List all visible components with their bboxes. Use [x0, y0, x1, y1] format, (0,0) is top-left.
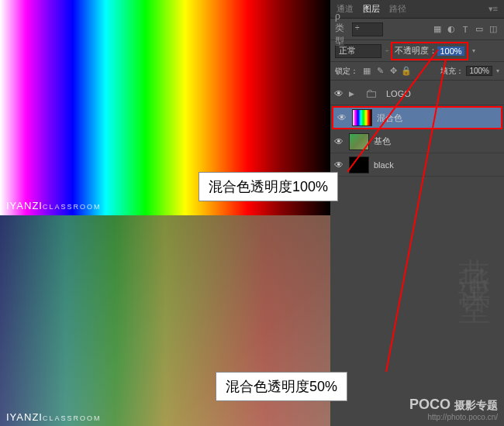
lock-position-icon[interactable]: ✥	[388, 66, 399, 77]
folder-collapse-icon[interactable]: ▶	[349, 90, 357, 98]
opacity-value-input[interactable]: 100%	[437, 46, 464, 56]
filter-shape-icon[interactable]: ▭	[473, 23, 485, 36]
visibility-eye-icon[interactable]: 👁	[333, 136, 344, 147]
layer-base-color[interactable]: 👁 基色	[330, 130, 504, 153]
layer-thumbnail[interactable]	[352, 109, 372, 126]
visibility-eye-icon[interactable]: 👁	[333, 88, 344, 99]
filter-adjust-icon[interactable]: ◐	[445, 23, 457, 36]
layers-panel: 通道 图层 路径 ▾≡ ρ 类型 ÷ ▦ ◐ T ▭ ◫ 正常 ÷ 不透明度： …	[330, 0, 504, 426]
layer-name[interactable]: LOGO	[386, 89, 411, 98]
layer-name[interactable]: black	[374, 160, 394, 170]
opacity-control-highlight: 不透明度： 100%	[391, 42, 468, 60]
tab-layers[interactable]: 图层	[363, 3, 380, 15]
watermark-iyanzi-top: IYANZICLASSROOM	[6, 200, 101, 211]
layer-group-logo[interactable]: 👁 ▶ 🗀 LOGO	[330, 82, 504, 105]
layer-name[interactable]: 基色	[374, 136, 391, 147]
watermark-iyanzi-bottom: IYANZICLASSROOM	[6, 411, 101, 423]
filter-type-icon[interactable]: T	[459, 23, 471, 36]
filter-kind-label: ρ 类型	[335, 22, 349, 36]
layer-list: 👁 ▶ 🗀 LOGO 👁 混合色 👁 基色 👁 black	[330, 81, 504, 177]
chevron-down-icon[interactable]: ▾	[496, 67, 499, 74]
lock-row: 锁定： ▦ ✎ ✥ 🔒 填充： 100% ▾	[330, 62, 504, 81]
background-watermark: 燕子课堂	[453, 232, 496, 276]
layer-mix-color[interactable]: 👁 混合色	[332, 106, 502, 129]
tab-paths[interactable]: 路径	[389, 3, 406, 15]
panel-tabs: 通道 图层 路径 ▾≡	[330, 0, 504, 19]
canvas-area: IYANZICLASSROOM IYANZICLASSROOM	[0, 0, 330, 426]
lock-all-icon[interactable]: 🔒	[401, 66, 412, 77]
filter-smart-icon[interactable]: ◫	[487, 23, 499, 36]
folder-icon: 🗀	[361, 85, 381, 102]
filter-pixel-icon[interactable]: ▦	[431, 23, 444, 36]
visibility-eye-icon[interactable]: 👁	[333, 160, 344, 170]
poco-watermark: POCO 摄影专题 http://photo.poco.cn/	[409, 397, 498, 421]
layer-filter-row: ρ 类型 ÷ ▦ ◐ T ▭ ◫	[330, 19, 504, 40]
annotation-opacity-100: 混合色透明度100%	[198, 172, 338, 201]
layer-thumbnail[interactable]	[349, 156, 369, 173]
layer-name[interactable]: 混合色	[377, 112, 402, 124]
layer-black[interactable]: 👁 black	[330, 153, 504, 177]
annotation-opacity-50: 混合色透明度50%	[216, 372, 347, 401]
lock-pixels-icon[interactable]: ▦	[361, 66, 372, 77]
opacity-label: 不透明度：	[395, 45, 437, 57]
lock-brush-icon[interactable]: ✎	[375, 66, 385, 77]
chevron-down-icon[interactable]: ÷	[385, 47, 388, 54]
filter-kind-dropdown[interactable]: ÷	[352, 22, 383, 36]
chevron-down-icon[interactable]: ▾	[472, 47, 475, 54]
blend-mode-row: 正常 ÷ 不透明度： 100% ▾	[330, 40, 504, 62]
visibility-eye-icon[interactable]: 👁	[337, 112, 347, 123]
fill-value-input[interactable]: 100%	[466, 66, 492, 76]
layer-thumbnail[interactable]	[349, 133, 369, 150]
lock-label: 锁定：	[335, 66, 358, 77]
fill-label: 填充：	[440, 66, 464, 77]
panel-menu-icon[interactable]: ▾≡	[488, 4, 498, 14]
